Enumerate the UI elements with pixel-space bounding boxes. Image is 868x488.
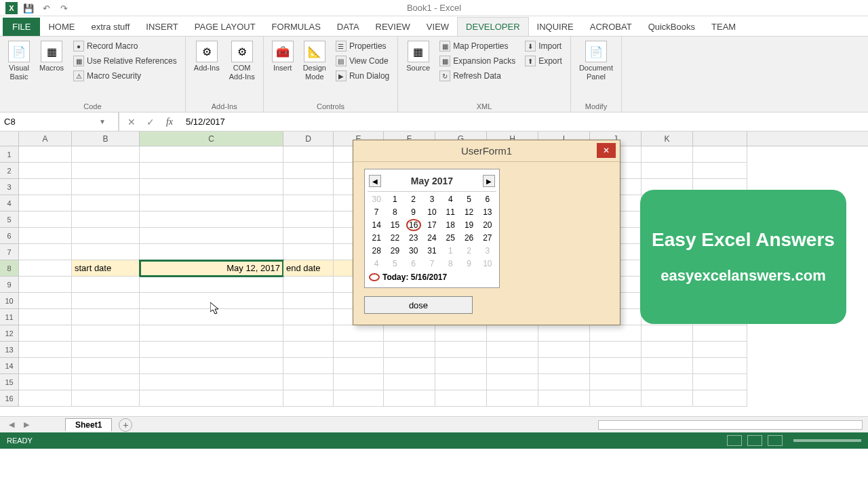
tab-inquire[interactable]: INQUIRE (529, 18, 582, 36)
col-header-k[interactable]: K (642, 131, 693, 146)
calendar-day[interactable]: 1 (386, 193, 403, 205)
cell[interactable] (384, 342, 435, 358)
cell[interactable] (72, 195, 140, 211)
source-button[interactable]: ▦Source (403, 39, 433, 74)
document-panel-button[interactable]: 📄Document Panel (576, 39, 616, 83)
cell[interactable] (693, 390, 747, 407)
cancel-formula-button[interactable]: ✕ (125, 115, 138, 129)
cell[interactable]: May 12, 2017 (140, 260, 283, 277)
cell[interactable] (487, 342, 538, 358)
calendar-day[interactable]: 10 (479, 258, 496, 270)
cell[interactable] (538, 374, 590, 390)
cell[interactable] (435, 325, 487, 342)
row-header[interactable]: 4 (0, 195, 19, 211)
add-sheet-button[interactable]: + (119, 418, 132, 432)
cell[interactable] (334, 342, 384, 358)
cell[interactable] (19, 228, 72, 244)
calendar-day[interactable]: 17 (423, 219, 441, 231)
calendar-day[interactable]: 27 (479, 232, 496, 244)
cell[interactable]: end date (283, 260, 334, 277)
cell[interactable] (590, 325, 642, 342)
cell[interactable] (642, 374, 693, 390)
cell[interactable] (538, 342, 590, 358)
calendar-day[interactable]: 19 (460, 219, 477, 231)
calendar-day[interactable]: 4 (441, 193, 459, 205)
calendar-day[interactable]: 18 (441, 219, 459, 231)
cell[interactable] (19, 260, 72, 277)
cell[interactable] (72, 293, 140, 309)
col-header-l[interactable] (693, 131, 747, 146)
calendar-day[interactable]: 8 (441, 258, 459, 270)
cell[interactable] (140, 211, 283, 228)
calendar-day[interactable]: 14 (368, 219, 385, 231)
calendar-day[interactable]: 30 (368, 193, 385, 205)
cell[interactable] (590, 358, 642, 374)
view-normal-button[interactable] (727, 435, 742, 446)
refresh-data-button[interactable]: ↻Refresh Data (437, 69, 518, 83)
view-code-button[interactable]: ▤View Code (333, 54, 392, 68)
cell[interactable] (283, 195, 334, 211)
undo-button[interactable]: ↶ (39, 1, 53, 15)
calendar-today-row[interactable]: Today: 5/16/2017 (368, 270, 496, 285)
cell[interactable] (693, 358, 747, 374)
calendar-day[interactable]: 22 (386, 232, 403, 244)
cell[interactable] (283, 277, 334, 293)
cell[interactable] (72, 374, 140, 390)
calendar-day[interactable]: 7 (368, 206, 385, 218)
row-header[interactable]: 11 (0, 309, 19, 325)
cell[interactable] (140, 374, 283, 390)
cell[interactable] (72, 211, 140, 228)
tab-home[interactable]: HOME (40, 18, 83, 36)
calendar-day[interactable]: 23 (405, 232, 422, 244)
cell[interactable] (140, 195, 283, 211)
sheet-tab[interactable]: Sheet1 (65, 418, 112, 431)
cell[interactable] (435, 342, 487, 358)
row-header[interactable]: 15 (0, 374, 19, 390)
calendar-day[interactable]: 5 (386, 258, 403, 270)
cell[interactable] (19, 358, 72, 374)
row-header[interactable]: 13 (0, 342, 19, 358)
cell[interactable] (140, 277, 283, 293)
calendar-day[interactable]: 26 (460, 232, 477, 244)
sheet-nav-prev[interactable]: ◀ (5, 419, 18, 431)
macros-button[interactable]: ▦ Macros (37, 39, 66, 74)
cell[interactable] (140, 342, 283, 358)
calendar-day[interactable]: 2 (460, 245, 477, 257)
cell[interactable] (642, 390, 693, 407)
cell[interactable] (283, 146, 334, 163)
calendar-day[interactable]: 24 (423, 232, 441, 244)
cell[interactable] (19, 293, 72, 309)
cell[interactable] (19, 179, 72, 195)
cell[interactable] (72, 390, 140, 407)
cell[interactable] (19, 146, 72, 163)
cell[interactable] (487, 358, 538, 374)
calendar-day[interactable]: 9 (460, 258, 477, 270)
tab-team[interactable]: TEAM (703, 18, 744, 36)
cell[interactable] (590, 390, 642, 407)
cell[interactable] (19, 163, 72, 179)
calendar-day[interactable]: 30 (405, 245, 422, 257)
row-header[interactable]: 14 (0, 358, 19, 374)
fx-icon[interactable]: fx (163, 115, 176, 129)
cell[interactable] (140, 309, 283, 325)
calendar-day[interactable]: 3 (479, 245, 496, 257)
tab-formulas[interactable]: FORMULAS (264, 18, 329, 36)
tab-insert[interactable]: INSERT (138, 18, 186, 36)
relative-ref-button[interactable]: ▦Use Relative References (71, 54, 180, 68)
visual-basic-button[interactable]: 📄 Visual Basic (5, 39, 33, 83)
calendar-day[interactable]: 29 (386, 245, 403, 257)
addins-button[interactable]: ⚙Add-Ins (191, 39, 222, 74)
row-header[interactable]: 6 (0, 228, 19, 244)
save-button[interactable]: 💾 (22, 1, 35, 15)
calendar-day[interactable]: 7 (423, 258, 441, 270)
cell[interactable] (72, 146, 140, 163)
tab-data[interactable]: DATA (329, 18, 368, 36)
cell[interactable] (283, 163, 334, 179)
tab-developer[interactable]: DEVELOPER (457, 17, 528, 36)
cell[interactable] (140, 146, 283, 163)
calendar-day[interactable]: 11 (441, 206, 459, 218)
calendar-day[interactable]: 25 (441, 232, 459, 244)
calendar-day[interactable]: 2 (405, 193, 422, 205)
cell[interactable] (72, 325, 140, 342)
tab-file[interactable]: FILE (3, 18, 40, 36)
